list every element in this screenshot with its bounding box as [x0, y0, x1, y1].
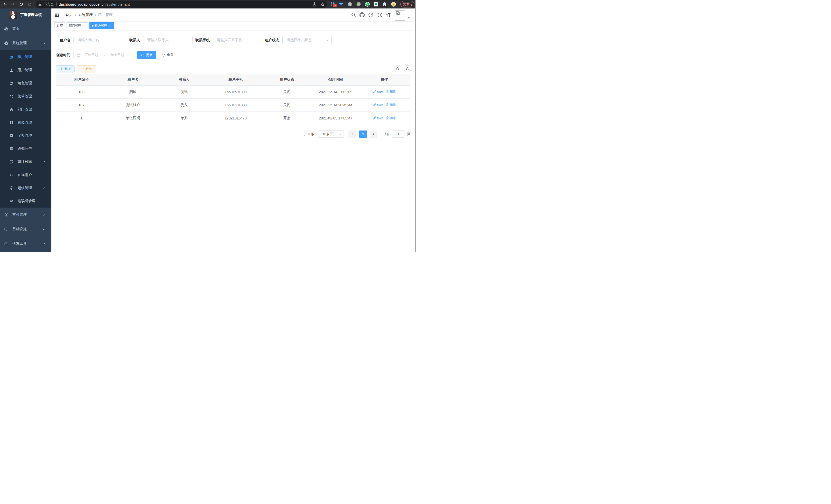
extension-icon-5[interactable]: [363, 0, 371, 8]
pagination-goto-input[interactable]: 1: [392, 130, 404, 138]
filter-daterange-input[interactable]: 开始日期 - 结束日期: [74, 51, 135, 59]
extension-badge: 10: [333, 4, 337, 7]
tag-close-icon[interactable]: ×: [108, 24, 112, 28]
tag-部门管理[interactable]: 部门管理×: [66, 22, 88, 29]
prev-page-button[interactable]: [348, 130, 356, 138]
select-chevron-icon: [326, 39, 328, 41]
chevron-down-icon: [42, 242, 45, 245]
menu-item-短信管理[interactable]: 短信管理: [0, 181, 51, 195]
menu-item-部门管理[interactable]: 部门管理: [0, 103, 51, 116]
menu-item-通知公告[interactable]: 通知公告: [0, 142, 51, 155]
browser-forward-icon[interactable]: [9, 0, 17, 8]
browser-home-icon[interactable]: [26, 0, 33, 8]
reset-label: 重置: [167, 53, 174, 57]
help-icon[interactable]: [366, 8, 375, 21]
page-size-value: 10条/页: [322, 132, 334, 137]
delete-button[interactable]: 删除: [386, 103, 396, 107]
filter-status-select[interactable]: 请选择租户状态: [282, 36, 332, 44]
export-button[interactable]: 导出: [77, 65, 96, 72]
extensions-puzzle-icon[interactable]: [381, 0, 389, 8]
bookmark-star-icon[interactable]: [321, 2, 325, 6]
share-icon[interactable]: [313, 2, 316, 6]
search-button[interactable]: 搜索: [137, 51, 156, 59]
extension-icon-3[interactable]: [346, 0, 353, 8]
header-search-icon[interactable]: [349, 8, 358, 21]
tag-close-icon[interactable]: ×: [82, 24, 86, 28]
profile-avatar-icon[interactable]: [390, 0, 397, 8]
sidebar-logo[interactable]: 芋道管理系统: [0, 8, 51, 21]
extension-icon-4[interactable]: [354, 0, 362, 8]
filter-contact-label: 联系人: [126, 36, 143, 44]
browser-back-icon[interactable]: [1, 0, 8, 8]
page-size-select[interactable]: 10条/页: [318, 130, 344, 138]
filter-mobile-input[interactable]: 请输入联系手机: [213, 36, 262, 44]
browser-menu-kebab-icon[interactable]: [411, 3, 412, 6]
tag-首页[interactable]: 首页: [55, 22, 65, 29]
hamburger-toggle[interactable]: [53, 8, 60, 21]
menu-item-label: 基础设施: [12, 227, 27, 232]
tree-table-icon: [10, 94, 13, 98]
menu-item-菜单管理[interactable]: 菜单管理: [0, 90, 51, 103]
edit-button[interactable]: 修改: [373, 90, 383, 94]
refresh-table-button[interactable]: [404, 65, 411, 72]
delete-button[interactable]: 删除: [386, 116, 396, 120]
column-header-租户名: 租户名: [107, 74, 159, 85]
contact-placeholder: 请输入联系人: [147, 38, 169, 42]
tag-租户管理[interactable]: 租户管理×: [89, 22, 114, 29]
extension-icon-6[interactable]: [372, 0, 380, 8]
menu-item-租户管理[interactable]: 租户管理: [0, 50, 51, 63]
delete-button[interactable]: 删除: [386, 90, 396, 94]
chevron-up-icon: [42, 42, 45, 45]
add-button[interactable]: 新增: [56, 65, 75, 72]
current-page-button[interactable]: 1: [359, 130, 367, 138]
status-placeholder: 请选择租户状态: [287, 38, 312, 42]
edit-button[interactable]: 修改: [373, 116, 383, 120]
menu-item-错误码管理[interactable]: 错误码管理: [0, 195, 51, 208]
edit-button[interactable]: 修改: [373, 103, 383, 107]
menu-item-在线用户[interactable]: 在线用户: [0, 168, 51, 181]
menu-item-label: 审计日志: [18, 159, 32, 164]
app-main: 租户名 请输入租户名 联系人 请输入联系人 联系手机 请输入联系手机 租户状态 …: [51, 30, 415, 252]
breadcrumb-home[interactable]: 首页: [65, 12, 73, 17]
chevron-down-icon: [42, 213, 45, 216]
next-page-button[interactable]: [370, 130, 377, 138]
add-label: 新增: [64, 67, 71, 71]
tag-label: 首页: [57, 23, 63, 29]
menu-item-支付管理[interactable]: 支付管理: [0, 208, 51, 222]
breadcrumb-system[interactable]: 系统管理: [78, 12, 93, 17]
browser-reload-icon[interactable]: [18, 0, 25, 8]
toggle-search-button[interactable]: [394, 65, 401, 72]
menu-item-研发工具[interactable]: 研发工具: [0, 236, 51, 251]
reset-button[interactable]: 重置: [159, 51, 177, 59]
browser-update-button[interactable]: 更新: [400, 1, 414, 7]
extension-icon-1[interactable]: 10: [329, 0, 337, 8]
column-header-操作: 操作: [359, 74, 410, 85]
address-bar[interactable]: 不安全 dashboard.yudao.iocoder.cn/system/te…: [36, 1, 327, 8]
menu-item-用户管理[interactable]: 用户管理: [0, 63, 51, 77]
table-row: 108测试测试15601691300关闭2021-12-14 21:02:09修…: [56, 85, 410, 98]
daterange-end: 结束日期: [106, 53, 128, 57]
menu-item-审计日志[interactable]: 审计日志: [0, 155, 51, 168]
menu-item-首页[interactable]: 首页: [0, 22, 51, 36]
menu-item-角色管理[interactable]: 角色管理: [0, 77, 51, 90]
daterange-start: 开始日期: [80, 53, 102, 57]
window-right-edge: [415, 0, 416, 252]
menu-item-系统管理[interactable]: 系统管理: [0, 36, 51, 50]
font-size-icon[interactable]: [384, 8, 393, 21]
pagination-goto-label: 前往: [385, 130, 391, 138]
filter-name-input[interactable]: 请输入租户名: [74, 36, 123, 44]
menu-item-label: 短信管理: [18, 186, 32, 190]
chevron-down-icon: [42, 228, 45, 231]
download-icon: [82, 67, 85, 70]
github-icon[interactable]: [358, 8, 366, 21]
menu-item-字典管理[interactable]: 字典管理: [0, 129, 51, 142]
update-label: 更新: [403, 2, 409, 6]
menu-item-基础设施[interactable]: 基础设施: [0, 222, 51, 236]
money-icon: [4, 213, 8, 217]
extension-icon-2[interactable]: [337, 0, 345, 8]
fullscreen-icon[interactable]: [375, 8, 384, 21]
filter-status-label: 租户状态: [265, 36, 282, 44]
filter-contact-input[interactable]: 请输入联系人: [143, 36, 193, 44]
reset-btn-icon: [162, 53, 166, 57]
menu-item-岗位管理[interactable]: 岗位管理: [0, 116, 51, 129]
